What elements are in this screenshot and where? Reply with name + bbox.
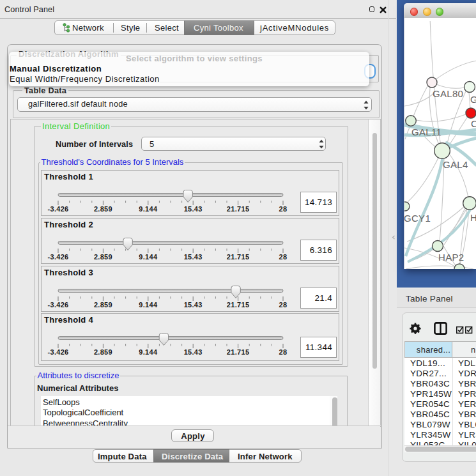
svg-text:21.715: 21.715 bbox=[227, 253, 249, 261]
svg-text:GCY1: GCY1 bbox=[404, 213, 431, 224]
svg-text:15.43: 15.43 bbox=[184, 205, 203, 213]
svg-text:GAL4: GAL4 bbox=[443, 159, 468, 170]
svg-text:2.859: 2.859 bbox=[94, 205, 112, 213]
svg-text:-3.426: -3.426 bbox=[48, 253, 69, 261]
svg-text:21.715: 21.715 bbox=[227, 301, 249, 309]
svg-text:28: 28 bbox=[279, 253, 288, 261]
svg-text:GAL11: GAL11 bbox=[411, 127, 441, 137]
svg-text:28: 28 bbox=[279, 348, 288, 356]
svg-text:15.43: 15.43 bbox=[184, 348, 203, 356]
svg-text:9.144: 9.144 bbox=[139, 301, 158, 309]
svg-text:-3.426: -3.426 bbox=[48, 205, 69, 213]
svg-text:-3.426: -3.426 bbox=[48, 348, 69, 356]
svg-text:GAL80: GAL80 bbox=[433, 88, 463, 99]
svg-text:15.43: 15.43 bbox=[184, 301, 203, 309]
svg-text:15.43: 15.43 bbox=[184, 253, 203, 261]
svg-text:-3.426: -3.426 bbox=[48, 301, 69, 309]
svg-text:HAP2: HAP2 bbox=[438, 252, 464, 263]
svg-text:21.715: 21.715 bbox=[227, 348, 249, 356]
svg-text:H: H bbox=[470, 212, 476, 223]
svg-text:9.144: 9.144 bbox=[139, 253, 158, 261]
svg-text:9.144: 9.144 bbox=[139, 205, 158, 213]
svg-text:2.859: 2.859 bbox=[94, 348, 112, 356]
svg-text:GA: GA bbox=[470, 94, 476, 105]
svg-text:2.859: 2.859 bbox=[94, 253, 112, 261]
svg-text:28: 28 bbox=[279, 205, 288, 213]
svg-text:C: C bbox=[471, 118, 476, 129]
svg-text:2.859: 2.859 bbox=[94, 301, 112, 309]
svg-text:28: 28 bbox=[279, 301, 288, 309]
svg-text:9.144: 9.144 bbox=[139, 348, 158, 356]
svg-text:21.715: 21.715 bbox=[227, 205, 249, 213]
